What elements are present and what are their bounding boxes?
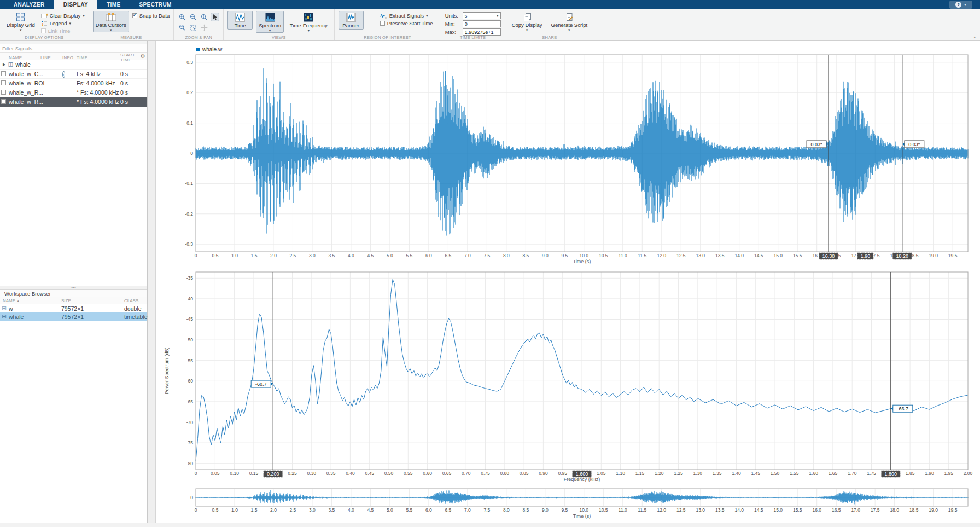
cursor-axis-badge-label: 1.90 [861,253,871,259]
gear-icon[interactable]: ⚙ [141,53,145,59]
snap-to-data-checkbox-box[interactable] [132,13,137,18]
chevron-down-icon: ▾ [20,28,22,31]
time-view-label: Time [235,22,246,28]
group-measure: Data Cursors ▾ Snap to Data MEASURE [89,9,174,40]
signal-table-header: NAME LINE INFO TIME START TIME ⚙ [0,53,147,60]
titlebar: ANALYZER DISPLAY TIME SPECTRUM ? ▾ [0,0,980,9]
axis-tick-label: 0.15 [249,471,259,476]
axis-tick-label: 3.5 [329,507,335,513]
copy-display-button[interactable]: Copy Display ▾ [509,11,545,32]
cursor-axis-badge-label: 0.200 [267,471,279,477]
axis-tick-label: 0.85 [520,471,529,476]
chevron-down-icon: ▾ [568,28,570,31]
panel-splitter[interactable]: ••• [0,286,147,290]
axis-tick-label: 0.55 [404,471,413,476]
display-grid-button[interactable]: Display Grid ▾ [4,11,38,32]
signal-checkbox[interactable] [1,71,6,76]
axis-tick-label: 14.0 [734,253,744,258]
plots-canvas: 00.51.01.52.02.53.03.54.04.55.05.56.06.5… [156,41,980,523]
column-line[interactable]: LINE [40,55,62,60]
fit-to-view-icon [190,24,197,31]
axis-tick-label: 2.5 [290,507,296,513]
min-input[interactable] [463,20,501,27]
fit-to-view-button[interactable] [189,23,197,32]
chevron-down-icon: ▾ [308,29,310,32]
clear-display-button[interactable]: ✦ Clear Display ▾ [41,12,85,19]
filter-signals-input[interactable]: Filter Signals [0,44,147,53]
sidebar-scroll-gutter[interactable] [148,41,156,523]
axis-tick-label: 13.5 [715,253,725,258]
info-icon[interactable]: i [62,71,65,78]
signal-checkbox[interactable] [1,90,6,95]
signal-group-label: whale [15,61,30,68]
axis-tick-label: 6.0 [425,253,432,258]
signal-row[interactable]: whale_w_C... i Fs: 4 kHz 0 s [0,70,147,79]
column-name[interactable]: NAME ▲ [0,298,61,303]
column-size[interactable]: SIZE [61,298,124,303]
axis-tick-label: 1.25 [674,471,683,476]
ribbon-collapse-button[interactable]: ▴ [973,35,976,39]
time-frequency-view-button[interactable]: Time-Frequency ▾ [287,11,330,33]
svg-text:✦: ✦ [45,13,48,18]
zoom-in-x-button[interactable] [189,13,197,21]
zoom-in-button[interactable] [178,13,186,21]
panner-button[interactable]: Panner [339,11,364,30]
axis-tick-label: 6.0 [425,507,432,513]
units-select[interactable]: s ▾ [463,12,501,19]
spectrum-view-button[interactable]: Spectrum ▾ [256,11,284,33]
column-class[interactable]: CLASS [124,298,147,303]
cursor-axis-badge-label: 1.600 [576,471,588,477]
variable-class: timetable [124,314,148,320]
extract-signals-button[interactable]: Extract Signals ▾ [380,12,433,19]
axis-tick-label: 8.5 [522,507,529,513]
workspace-row-selected[interactable]: ⊞ whale 79572×1 timetable [0,312,147,321]
zoom-in-y-icon [201,14,208,21]
chevron-down-icon: ▾ [269,29,271,32]
tab-display[interactable]: DISPLAY [54,0,97,9]
help-button[interactable]: ? ▾ [949,1,972,9]
matrix-icon: ⊞ [0,305,9,312]
tab-analyzer[interactable]: ANALYZER [4,0,54,9]
zoom-out-button[interactable] [178,23,186,32]
legend-button[interactable]: Legend ▾ [41,20,85,27]
pan-tool-button [200,23,208,32]
preserve-start-time-checkbox-box[interactable] [380,21,385,26]
signal-row[interactable]: whale_w_R... * Fs: 4.0000 kHz 0 s [0,88,147,97]
data-cursors-button[interactable]: Data Cursors ▾ [93,11,129,32]
copy-display-label: Copy Display [512,22,542,28]
tab-spectrum[interactable]: SPECTRUM [130,0,180,9]
group-display-options: Display Grid ▾ ✦ Clear Display ▾ Legend … [0,9,89,40]
axis-tick-label: 5.5 [406,253,412,258]
pointer-tool-button[interactable] [211,13,219,21]
signal-row[interactable]: whale_w_ROI Fs: 4.0000 kHz 0 s [0,79,147,88]
ribbon-toolbar: Display Grid ▾ ✦ Clear Display ▾ Legend … [0,9,980,41]
time-view-button[interactable]: Time [228,11,253,30]
axis-tick-label: 7.5 [483,507,490,513]
axis-tick-label: 1.50 [771,471,780,476]
display-grid-icon [16,13,25,21]
generate-script-icon [565,13,574,21]
preserve-start-time-checkbox[interactable]: Preserve Start Time [380,20,433,27]
workspace-row[interactable]: ⊞ w 79572×1 double [0,304,147,312]
group-time-limits: Units: s ▾ Min: Max: TIME LIMITS [441,9,505,40]
snap-to-data-checkbox[interactable]: Snap to Data [132,12,170,19]
tree-expander-icon[interactable]: ▶ [3,62,5,67]
signal-row-selected[interactable]: whale_w_R... * Fs: 4.0000 kHz 0 s [0,97,147,107]
tab-time[interactable]: TIME [97,0,130,9]
generate-script-button[interactable]: Generate Script ▾ [549,11,591,32]
axis-tick-label: 2.00 [964,471,973,476]
zoom-in-y-button[interactable] [200,13,208,21]
signal-checkbox[interactable] [1,80,6,85]
signal-name: whale_w_R... [9,89,40,96]
axis-tick-label: 14.0 [734,507,744,513]
signal-checkbox[interactable] [1,99,6,104]
signal-start-time: 0 s [120,80,147,86]
column-name[interactable]: NAME [9,55,40,60]
variable-name: w [9,305,61,312]
axis-tick-label: 1.65 [829,471,838,476]
column-time[interactable]: TIME [77,55,120,60]
column-info[interactable]: INFO [62,55,77,60]
axis-tick-label: 1.40 [732,471,741,476]
axis-tick-label: 0.95 [558,471,567,476]
axis-tick-label: 10.5 [599,507,608,513]
